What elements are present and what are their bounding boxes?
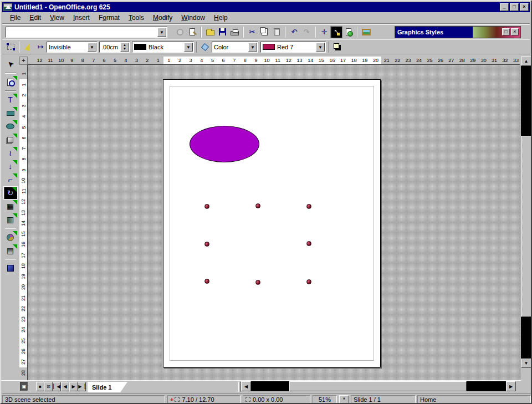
rotate-button[interactable]: ↻ (3, 186, 18, 200)
master-view-button[interactable]: ■ (36, 382, 44, 391)
close-button[interactable]: × (520, 3, 529, 11)
stylist-close-button[interactable]: × (511, 28, 519, 35)
scroll-up-button[interactable]: ▲ (521, 57, 531, 66)
minimize-button[interactable]: _ (500, 3, 509, 11)
chevron-down-icon[interactable]: ▼ (157, 28, 166, 37)
flyout-arrow-icon[interactable] (12, 187, 17, 192)
stylist-maximize-button[interactable]: □ (502, 28, 510, 35)
status-page[interactable]: Slide 1 / 1 (351, 395, 416, 404)
shadow-button[interactable] (331, 41, 344, 53)
horizontal-scroll-thumb[interactable] (289, 381, 467, 391)
last-slide-button[interactable]: ▶▕ (78, 382, 86, 391)
flyout-arrow-icon[interactable] (13, 134, 17, 138)
paste-button[interactable] (270, 26, 283, 38)
chevron-down-icon[interactable]: ▼ (248, 43, 257, 52)
maximize-button[interactable]: □ (510, 3, 519, 11)
stop-button[interactable] (174, 26, 186, 38)
menu-edit[interactable]: Edit (25, 13, 45, 23)
chevron-down-icon[interactable]: ▼ (88, 43, 96, 52)
rotation-handle[interactable] (306, 279, 311, 284)
objects3d-button[interactable] (3, 133, 18, 146)
navigator-button[interactable]: ✛ (318, 26, 330, 38)
ruler-origin-button[interactable]: + (19, 57, 28, 65)
scroll-right-button[interactable]: ▶ (506, 381, 516, 391)
flyout-arrow-icon[interactable] (13, 76, 17, 80)
layer-view-button[interactable]: ⊡ (44, 382, 53, 391)
arrange-button[interactable]: ▥ (3, 213, 18, 226)
print-button[interactable] (228, 26, 241, 38)
hyperlink-button[interactable] (342, 26, 355, 38)
vertical-scroll-thumb[interactable] (521, 136, 531, 317)
slide-view-button[interactable]: ▣ (20, 382, 28, 391)
lines-arrows-button[interactable]: ↓ (3, 160, 18, 173)
menu-file[interactable]: File (6, 13, 25, 23)
menu-view[interactable]: View (45, 13, 69, 23)
stylist-title[interactable]: Graphics Styles (395, 27, 473, 38)
menu-window[interactable]: Window (177, 13, 209, 23)
undo-button[interactable]: ↶ (288, 26, 300, 38)
controller3d-button[interactable] (3, 262, 18, 275)
zoom-button[interactable] (3, 75, 18, 89)
cut-button[interactable]: ✂ (246, 26, 258, 38)
flyout-arrow-icon[interactable] (13, 107, 17, 111)
arrow-ends-button[interactable]: ↦ (34, 41, 47, 53)
open-button[interactable] (204, 26, 216, 38)
status-dimensions[interactable]: 0.00 x 0.00 (243, 395, 310, 404)
flyout-arrow-icon[interactable] (13, 173, 17, 178)
status-position[interactable]: + 7.10 / 12.70 (167, 395, 241, 404)
rotation-handle[interactable] (204, 279, 209, 284)
insert-button[interactable] (3, 231, 18, 244)
load-url-combobox[interactable]: ▼ (6, 27, 167, 38)
status-zoom[interactable]: 51% (313, 395, 337, 404)
flyout-arrow-icon[interactable] (13, 94, 17, 98)
area-dialog-button[interactable] (200, 41, 212, 53)
save-button[interactable] (216, 26, 228, 38)
line-dialog-button[interactable] (22, 41, 34, 53)
tab-slide-1[interactable]: Slide 1 (88, 382, 127, 392)
rotation-handle[interactable] (306, 241, 311, 246)
horizontal-ruler[interactable]: 1211109876543211234567891011121314151617… (28, 57, 520, 65)
stylist-toggle[interactable] (330, 26, 342, 38)
drawing-canvas[interactable] (28, 65, 521, 380)
scroll-down-button[interactable]: ▼ (521, 359, 531, 368)
copy-button[interactable] (258, 26, 270, 38)
menu-insert[interactable]: Insert (69, 13, 94, 23)
redo-button[interactable]: ↷ (300, 26, 313, 38)
menu-format[interactable]: Format (94, 13, 124, 23)
ellipse-shape[interactable] (190, 126, 259, 162)
first-slide-button[interactable]: ▏◀ (53, 382, 61, 391)
form-controls-button[interactable]: ▤ (3, 244, 18, 257)
gallery-button[interactable] (360, 26, 372, 38)
rotation-handle[interactable] (255, 280, 260, 285)
area-style-combobox[interactable]: Color ▼ (212, 42, 258, 53)
connector-button[interactable]: ⌐ (3, 173, 18, 186)
rotation-handle[interactable] (255, 203, 260, 208)
line-color-combobox[interactable]: Black ▼ (132, 42, 194, 53)
edit-points-button[interactable] (4, 41, 17, 53)
flyout-arrow-icon[interactable] (13, 200, 17, 204)
menu-tools[interactable]: Tools (124, 13, 149, 23)
menu-help[interactable]: Help (209, 13, 232, 23)
area-color-combobox[interactable]: Red 7 ▼ (260, 42, 326, 53)
scroll-left-button[interactable]: ◀ (241, 381, 251, 391)
flyout-arrow-icon[interactable] (13, 213, 17, 218)
flyout-arrow-icon[interactable] (13, 231, 17, 236)
next-slide-button[interactable]: ▶ (69, 382, 78, 391)
flyout-arrow-icon[interactable] (13, 160, 17, 165)
scene-3d-object[interactable] (198, 201, 323, 292)
spinner-arrows-icon[interactable]: ▲▼ (120, 43, 129, 52)
line-style-combobox[interactable]: Invisible ▼ (47, 42, 98, 53)
chevron-down-icon[interactable]: ▼ (184, 43, 193, 52)
flyout-arrow-icon[interactable] (13, 244, 17, 249)
alignment-button[interactable]: ▦ (3, 200, 18, 213)
line-width-spinner[interactable]: .00cm ▲▼ (99, 42, 130, 53)
curve-button[interactable]: ≀ (3, 146, 18, 160)
vertical-ruler[interactable]: 1123456789101112131415161718192021222324… (19, 65, 28, 380)
chevron-down-icon[interactable]: ▼ (316, 43, 325, 52)
tab-scroll-splitter[interactable] (238, 382, 241, 392)
rotation-handle[interactable] (204, 204, 209, 209)
ellipse-button[interactable] (3, 120, 18, 133)
menu-modify[interactable]: Modify (149, 13, 177, 23)
rectangle-button[interactable] (3, 106, 18, 120)
text-button[interactable]: T (3, 93, 18, 106)
